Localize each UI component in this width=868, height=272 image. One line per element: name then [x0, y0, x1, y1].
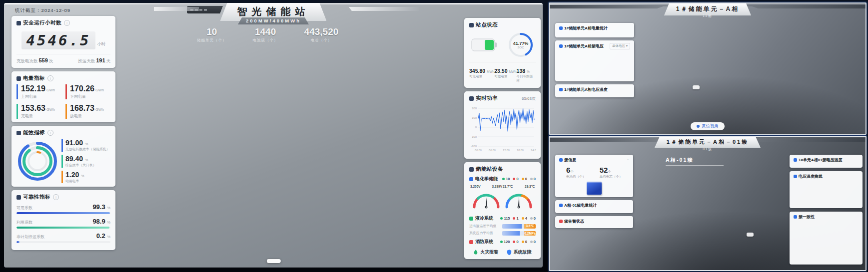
reset-view-button[interactable]: 复位视角 [691, 122, 725, 130]
site-icon [469, 23, 474, 27]
soc-label: SOC [517, 46, 524, 49]
fire-item: 系统故障 [507, 249, 532, 256]
card-station-devices: 储能站设备 电化学储能 10000 3.205V3.299V 21.7℃29.3… [464, 162, 541, 259]
card-energy-metrics: 电量指标 i 152.19GWh上网电量170.26GWh下网电量153.63G… [11, 71, 115, 122]
panel-cluster-01: 1＃储能单元－A相－01簇 01簇 簇信息 ＞ 6个电池包（个） 52个单包电芯… [549, 136, 867, 271]
line-chart-icon [794, 175, 797, 178]
svg-text:100: 100 [472, 116, 477, 119]
energy-metric: 152.19GWh上网电量 [16, 84, 61, 99]
cluster-info-panel: A相-01簇 [666, 157, 724, 168]
status-dot: 0 [513, 240, 518, 244]
right-status-column: 站点状态 41.77%SOC 345.80 MWh可充电量23.50 MWh可放… [464, 18, 541, 259]
energy-metric: 170.26GWh下网电量 [65, 84, 110, 99]
card-title: 1#储能单元A相电量统计 [564, 25, 608, 31]
cluster-subtitle: 01簇 [703, 147, 713, 152]
svg-text:12:00: 12:00 [503, 149, 510, 152]
chevron-right-icon[interactable]: ＞ [626, 157, 629, 162]
status-dot: 4 [522, 216, 527, 221]
pack-count: 6个电池包（个） [566, 166, 586, 179]
devices-icon [469, 167, 474, 172]
clock-icon [16, 21, 21, 25]
section-title: 液冷系统 [475, 215, 493, 222]
card-title: 可靠性指标 [23, 194, 50, 201]
panel-station-overview: 统计截至：2024-12-09 智光储能站 200MW/400MWh 10储能单… [4, 3, 543, 268]
status-dot: 0 [522, 240, 527, 244]
reliability-row: 可用系数99.3 % [16, 203, 110, 214]
flame-icon [473, 250, 478, 256]
cooling-bar-row: 进出液温差平均值3.5℃ [469, 224, 536, 229]
station-capacity: 200MW/400MWh [238, 17, 309, 24]
thermometer-icon [794, 158, 797, 162]
card-title: 1#储能单元A相电压温度 [564, 87, 608, 92]
dashboard-stage: 统计截至：2024-12-09 智光储能站 200MW/400MWh 10储能单… [0, 0, 868, 272]
cooling-bars: 进出液温差平均值3.5℃系统压力平均值0.2MPa [469, 224, 536, 236]
card-title: 簇一致性 [799, 214, 815, 220]
fire-item: 火灾报警 [473, 249, 498, 256]
cluster-voltage-bar-chart[interactable] [559, 51, 630, 77]
status-dot: 0 [530, 177, 536, 181]
card-cluster-alarms: 簇告警状态 [555, 216, 633, 228]
voltage-temp-curve-chart[interactable] [794, 181, 858, 204]
consistency-gauge [794, 221, 858, 260]
svg-text:-100: -100 [471, 135, 477, 138]
efficiency-metric: 91.00 %充放电转换效率（储能系统） [61, 139, 110, 152]
site-3d-map[interactable] [74, 29, 464, 259]
card-cluster-energy: A相-01簇电量统计 [555, 200, 633, 213]
safe-hours-unit: 小时 [97, 41, 105, 46]
card-title: 电压温度曲线 [799, 174, 823, 179]
realtime-power-chart[interactable]: 2001000-100-20000:0006:0012:0018:0024:00 [469, 104, 536, 153]
charge-count-badge: 65/63次 [522, 96, 536, 101]
card-consistency-gauge: 簇一致性 [790, 212, 863, 265]
card-title: 安全运行小时数 [23, 19, 61, 26]
unit-left-cards: 1#储能单元A相电量统计 1#储能单元A相簇电压 单体电压 ▾ 1#储能单元A相… [555, 23, 634, 97]
status-dot: 10 [502, 177, 510, 181]
svg-text:00:00: 00:00 [475, 149, 482, 152]
bolt-icon [16, 76, 21, 81]
svg-text:-200: -200 [471, 145, 477, 148]
energy-grid: 152.19GWh上网电量170.26GWh下网电量153.63GWh充电量16… [16, 84, 110, 119]
stat-date: 统计截至：2024-12-09 [15, 7, 70, 14]
battery-icon [471, 37, 497, 53]
section-title: 消防系统 [475, 239, 493, 245]
safe-hours-value: 4546.5 [21, 31, 96, 49]
info-icon[interactable]: i [53, 194, 59, 200]
cycle-count: 充放电次数559次 [16, 57, 53, 64]
efficiency-donut-chart [16, 140, 58, 182]
info-icon[interactable]: i [47, 130, 53, 136]
card-safe-hours: 安全运行小时数 i 4546.5小时 充放电次数559次 投运天数191天 [11, 16, 115, 68]
card-voltage-temp-curve: 电压温度曲线 [790, 171, 863, 208]
info-icon[interactable]: i [47, 75, 53, 81]
soc-ring: 41.77%SOC [508, 32, 534, 58]
cooling-bar-row: 系统压力平均值0.2MPa [469, 231, 536, 236]
section-title: 电化学储能 [475, 176, 498, 182]
status-dot: 0 [513, 177, 518, 181]
svg-text:18:00: 18:00 [517, 149, 524, 152]
leaf-icon [16, 131, 21, 135]
rack-3d-view[interactable] [694, 161, 744, 261]
card-unit-voltage-temp: 1#储能单元A相电压温度 [555, 84, 634, 97]
efficiency-metric: 89.40 %综合效率（关口表） [61, 155, 110, 168]
battery-pack-icon [559, 158, 563, 162]
svg-text:200: 200 [472, 107, 477, 110]
card-reliability-metrics: 可靠性指标 i 可用系数99.3 %利用系数98.9 %非计划停运系数0.2 % [11, 190, 115, 250]
card-title: A相-01簇电量统计 [564, 203, 597, 208]
alarm-legend [693, 85, 700, 89]
card-site-status: 站点状态 41.77%SOC 345.80 MWh可充电量23.50 MWh可放… [464, 18, 541, 88]
bess-status-dots: 10000 [502, 177, 536, 181]
fire-items: 火灾报警系统故障 [469, 247, 536, 256]
efficiency-metric: 1.20 %站用电率 [61, 171, 110, 184]
cluster-title: 1＃储能单元－A相－01簇 [655, 137, 761, 148]
container-3d-view[interactable] [634, 24, 824, 119]
card-title: 能效指标 [23, 129, 45, 136]
metric-select[interactable]: 单体电压 ▾ [610, 43, 630, 49]
header-strip-left [154, 7, 199, 11]
chart-icon [559, 44, 563, 48]
svg-text:06:00: 06:00 [489, 149, 496, 152]
status-dot: 0 [522, 177, 527, 181]
site-stat: 23.50 MWh可放电量 [494, 68, 516, 83]
panel-unit-a-phase: 1＃储能单元－A相 1#舱 1#储能单元A相电量统计 1#储能单元A相簇电压 单… [549, 2, 867, 135]
info-icon[interactable]: i [64, 20, 70, 26]
card-title: 1#储能单元A相簇电压 [564, 43, 604, 49]
card-title: 簇信息 [564, 157, 576, 163]
bolt-icon [559, 204, 563, 207]
